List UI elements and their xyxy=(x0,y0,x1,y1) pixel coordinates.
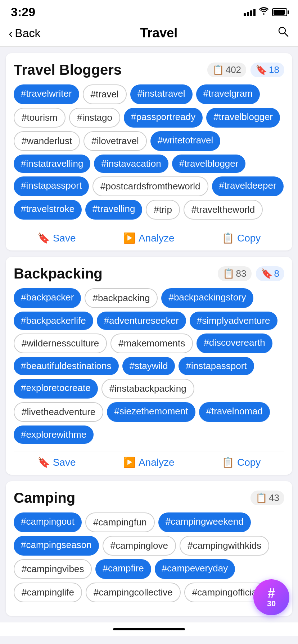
tag-item[interactable]: #travelstroke xyxy=(14,200,82,220)
tag-item[interactable]: #simplyadventure xyxy=(190,312,277,330)
copies-count: 📋 43 xyxy=(250,491,284,505)
analyze-button-1[interactable]: ▶️ Analyze xyxy=(123,456,175,468)
tag-item[interactable]: #traveldeeper xyxy=(212,176,284,196)
tag-item[interactable]: #ilovetravel xyxy=(83,131,147,151)
tag-item[interactable]: #campinglove xyxy=(103,536,176,556)
tag-item[interactable]: #campingout xyxy=(14,512,82,532)
tag-item[interactable]: #discoverearth xyxy=(197,334,272,353)
tag-item[interactable]: #trip xyxy=(146,200,180,220)
tag-item[interactable]: #travelnomad xyxy=(199,402,270,422)
copy-meta-icon: 📋 xyxy=(256,492,267,503)
tag-item[interactable]: #campingfun xyxy=(85,512,155,532)
tag-item[interactable]: #campeveryday xyxy=(155,559,235,579)
copy-button-1[interactable]: 📋 Copy xyxy=(222,456,261,468)
tag-item[interactable]: #travelblogger xyxy=(206,108,280,128)
tag-item[interactable]: #wanderlust xyxy=(14,131,80,151)
tag-item[interactable]: #makemoments xyxy=(110,334,193,353)
chevron-left-icon: ‹ xyxy=(9,26,13,40)
tag-item[interactable]: #explorewithme xyxy=(14,426,94,444)
wifi-icon xyxy=(259,7,268,17)
tag-item[interactable]: #instapassport xyxy=(179,357,254,375)
bottom-bar xyxy=(0,622,298,636)
tag-item[interactable]: #siezethemoment xyxy=(107,402,195,422)
status-icons xyxy=(244,7,287,17)
tag-item[interactable]: #exploretocreate xyxy=(14,379,98,399)
tag-item[interactable]: #wildernessculture xyxy=(14,334,107,353)
card-travel-bloggers: Travel Bloggers 📋 402 🔖 18 #travelwriter… xyxy=(6,53,292,250)
tag-item[interactable]: #campinglife xyxy=(14,583,82,602)
tag-item[interactable]: #postcardsfromtheworld xyxy=(92,176,208,196)
tag-item[interactable]: #backpacker xyxy=(14,288,81,308)
tag-item[interactable]: #backpacking xyxy=(85,288,158,308)
tag-item[interactable]: #campingseason xyxy=(14,536,99,556)
search-button[interactable] xyxy=(277,26,289,41)
tag-item[interactable]: #instatravelling xyxy=(14,155,90,173)
back-button[interactable]: ‹ Back xyxy=(9,26,40,40)
card-camping: Camping 📋 43 #campingout#campingfun#camp… xyxy=(6,481,292,616)
status-time: 3:29 xyxy=(11,5,35,19)
tag-item[interactable]: #passportready xyxy=(124,108,203,128)
tag-item[interactable]: #campingweekend xyxy=(158,512,251,532)
copy-icon: 📋 xyxy=(222,456,234,468)
card-meta: 📋 43 xyxy=(250,491,284,505)
card-meta: 📋 83 🔖 8 xyxy=(218,266,284,281)
tags-container: #backpacker#backpacking#backpackingstory… xyxy=(14,288,284,444)
card-meta: 📋 402 🔖 18 xyxy=(207,63,284,77)
analyze-icon: ▶️ xyxy=(123,232,136,244)
tags-container: #campingout#campingfun#campingweekend#ca… xyxy=(14,512,284,602)
tags-container: #travelwriter#travel#instatravel#travelg… xyxy=(14,84,284,220)
tag-item[interactable]: #travelgram xyxy=(196,84,260,104)
bookmark-meta-icon: 🔖 xyxy=(256,64,267,75)
status-bar: 3:29 xyxy=(0,0,298,22)
main-content: Travel Bloggers 📋 402 🔖 18 #travelwriter… xyxy=(0,47,298,622)
tag-item[interactable]: #livetheadventure xyxy=(14,402,103,422)
save-button-0[interactable]: 🔖 Save xyxy=(37,232,76,244)
copy-meta-icon: 📋 xyxy=(223,268,234,279)
tag-item[interactable]: #tourism xyxy=(14,108,66,128)
signal-icon xyxy=(244,8,256,16)
tag-item[interactable]: #travelwriter xyxy=(14,84,79,104)
card-header: Travel Bloggers 📋 402 🔖 18 xyxy=(14,62,284,78)
tag-item[interactable]: #travelling xyxy=(85,200,143,220)
analyze-icon: ▶️ xyxy=(123,456,136,468)
hashtag-icon: # xyxy=(268,587,275,600)
saves-count: 🔖 8 xyxy=(256,266,284,281)
save-button-1[interactable]: 🔖 Save xyxy=(37,456,76,468)
action-bar: 🔖 Save ▶️ Analyze 📋 Copy xyxy=(14,451,284,468)
tag-item[interactable]: #adventureseeker xyxy=(97,312,186,330)
tag-item[interactable]: #travel xyxy=(83,84,127,104)
card-backpacking: Backpacking 📋 83 🔖 8 #backpacker#backpac… xyxy=(6,257,292,475)
tag-item[interactable]: #instavacation xyxy=(94,155,168,173)
tag-item[interactable]: #campingvibes xyxy=(14,559,92,579)
saves-count: 🔖 18 xyxy=(250,63,284,77)
tag-item[interactable]: #backpackerlife xyxy=(14,312,93,330)
tag-item[interactable]: #beautifuldestinations xyxy=(14,357,119,375)
tag-item[interactable]: #writetotravel xyxy=(150,131,221,151)
tag-item[interactable]: #instago xyxy=(69,108,120,128)
tag-item[interactable]: #staywild xyxy=(122,357,175,375)
copy-button-0[interactable]: 📋 Copy xyxy=(222,232,261,244)
fab-count: 30 xyxy=(267,600,276,608)
tag-item[interactable]: #backpackingstory xyxy=(161,288,253,308)
tag-item[interactable]: #campfire xyxy=(95,559,151,579)
tag-item[interactable]: #instatravel xyxy=(130,84,193,104)
card-header: Backpacking 📋 83 🔖 8 xyxy=(14,266,284,282)
tag-item[interactable]: #instapassport xyxy=(14,176,89,196)
fab-hashtag[interactable]: # 30 xyxy=(253,579,289,615)
battery-icon xyxy=(272,8,287,16)
copies-count: 📋 402 xyxy=(207,63,246,77)
action-bar: 🔖 Save ▶️ Analyze 📋 Copy xyxy=(14,227,284,244)
bookmark-meta-icon: 🔖 xyxy=(261,268,272,279)
tag-item[interactable]: #instabackpacking xyxy=(101,379,194,399)
home-indicator xyxy=(113,628,185,630)
tag-item[interactable]: #traveltheworld xyxy=(184,200,263,220)
tag-item[interactable]: #campingwithkids xyxy=(180,536,269,556)
back-label: Back xyxy=(15,27,40,40)
analyze-button-0[interactable]: ▶️ Analyze xyxy=(123,232,175,244)
card-title: Travel Bloggers xyxy=(14,62,122,78)
tag-item[interactable]: #campingcollective xyxy=(86,583,181,602)
tag-item[interactable]: #travelblogger xyxy=(172,155,246,173)
svg-line-1 xyxy=(285,33,288,36)
card-title: Camping xyxy=(14,490,75,506)
save-icon: 🔖 xyxy=(37,456,50,468)
